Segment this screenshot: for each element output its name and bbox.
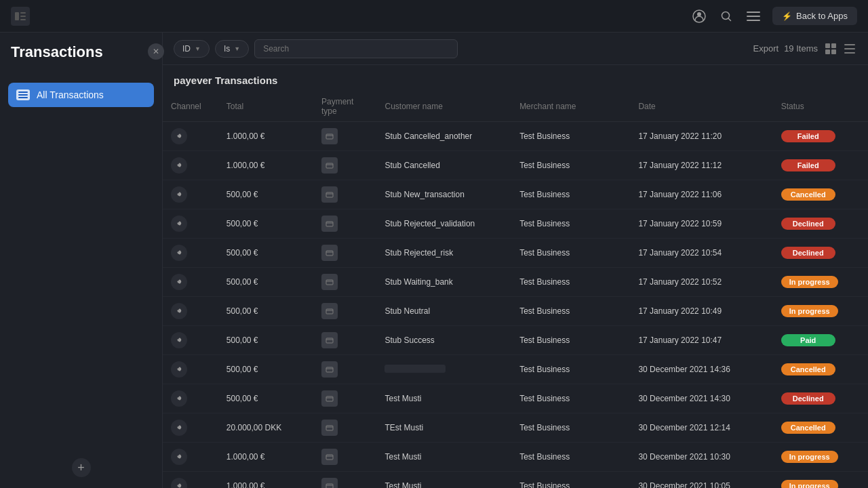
table-row[interactable]: 500,00 € Stub SuccessTest Business17 Jan…: [163, 326, 868, 355]
cell-total: 1.000,00 €: [218, 443, 313, 472]
cell-status: Cancelled: [773, 180, 868, 209]
channel-link-icon: [171, 186, 187, 203]
cell-payment: [313, 151, 376, 180]
is-filter[interactable]: Is ▼: [215, 40, 249, 58]
cell-date: 30 December 2021 12:14: [630, 413, 772, 443]
status-badge: Failed: [781, 130, 835, 142]
payment-type-icon: [321, 332, 338, 348]
is-filter-label: Is: [224, 44, 230, 54]
cell-customer: Stub New_transaction: [376, 180, 511, 209]
svg-rect-14: [844, 44, 855, 45]
cell-payment: [313, 384, 376, 413]
channel-link-icon: [171, 274, 187, 290]
cell-channel: [163, 180, 218, 209]
cell-merchant: Test Business: [511, 297, 630, 326]
profile-icon[interactable]: [691, 8, 707, 24]
payment-type-icon: [321, 274, 338, 290]
export-button[interactable]: Export: [753, 43, 779, 54]
cell-status: In progress: [773, 472, 868, 489]
status-badge: Cancelled: [781, 363, 835, 375]
cell-total: 500,00 €: [218, 268, 313, 297]
sidebar-close-button[interactable]: ✕: [148, 43, 164, 60]
search-input[interactable]: [254, 39, 458, 58]
cell-date: 17 January 2022 10:52: [630, 268, 772, 297]
grid-view-icon[interactable]: [823, 41, 838, 56]
cell-date: 30 December 2021 14:36: [630, 355, 772, 384]
cell-customer: Stub Waiting_bank: [376, 268, 511, 297]
table-row[interactable]: 500,00 € Stub Rejected_riskTest Business…: [163, 239, 868, 268]
table-row[interactable]: 500,00 € Stub Waiting_bankTest Business1…: [163, 268, 868, 297]
sidebar-add-button[interactable]: +: [72, 458, 91, 477]
channel-link-icon: [171, 303, 187, 319]
table-row[interactable]: 1.000,00 € Stub Cancelled_anotherTest Bu…: [163, 122, 868, 151]
cell-status: In progress: [773, 268, 868, 297]
back-to-apps-button[interactable]: Back to Apps: [772, 7, 857, 25]
sidebar-item-all-transactions[interactable]: All Transactions: [8, 83, 154, 107]
cell-payment: [313, 472, 376, 489]
top-nav-right: Back to Apps: [691, 7, 857, 25]
cell-channel: [163, 297, 218, 326]
cell-payment: [313, 413, 376, 443]
cell-total: 1.000,00 €: [218, 122, 313, 151]
svg-rect-16: [844, 52, 855, 54]
status-badge: In progress: [781, 480, 838, 488]
cell-payment: [313, 443, 376, 472]
cell-total: 500,00 €: [218, 297, 313, 326]
table-row[interactable]: 20.000,00 DKK TEst MustiTest Business30 …: [163, 413, 868, 443]
channel-link-icon: [171, 157, 187, 174]
svg-rect-8: [18, 94, 28, 96]
cell-payment: [313, 180, 376, 209]
view-toggle: [823, 41, 857, 56]
channel-link-icon: [171, 361, 187, 378]
cell-date: 17 January 2022 10:47: [630, 326, 772, 355]
table-row[interactable]: 500,00 € Test MustiTest Business30 Decem…: [163, 384, 868, 413]
table-row[interactable]: 500,00 € Stub Rejected_validationTest Bu…: [163, 209, 868, 239]
table-row[interactable]: 500,00 € Stub NeutralTest Business17 Jan…: [163, 297, 868, 326]
cell-total: 500,00 €: [218, 326, 313, 355]
svg-rect-12: [825, 49, 830, 54]
cell-date: 17 January 2022 10:59: [630, 209, 772, 239]
status-badge: Cancelled: [781, 188, 835, 201]
payment-type-icon: [321, 478, 338, 488]
table-row[interactable]: 1.000,00 € Test MustiTest Business30 Dec…: [163, 443, 868, 472]
channel-link-icon: [171, 390, 187, 407]
payment-type-icon: [321, 420, 338, 436]
payment-type-icon: [321, 303, 338, 319]
table-row[interactable]: 1.000,00 € Test MustiTest Business30 Dec…: [163, 472, 868, 489]
table-row[interactable]: 500,00 € Test Business30 December 2021 1…: [163, 355, 868, 384]
table-row[interactable]: 500,00 € Stub New_transactionTest Busine…: [163, 180, 868, 209]
cell-merchant: Test Business: [511, 209, 630, 239]
id-filter[interactable]: ID ▼: [174, 40, 210, 58]
cell-customer: Stub Rejected_validation: [376, 209, 511, 239]
cell-customer: Test Musti: [376, 472, 511, 489]
cell-payment: [313, 239, 376, 268]
svg-rect-11: [831, 43, 836, 48]
payment-type-icon: [321, 449, 338, 465]
cell-customer: TEst Musti: [376, 413, 511, 443]
cell-total: 500,00 €: [218, 239, 313, 268]
search-icon[interactable]: [718, 8, 734, 24]
cell-status: In progress: [773, 297, 868, 326]
top-nav: Back to Apps: [0, 0, 868, 33]
cell-total: 500,00 €: [218, 355, 313, 384]
id-filter-arrow: ▼: [195, 45, 201, 52]
transactions-table-wrap: Channel Total Payment type Customer name…: [163, 92, 868, 488]
cell-merchant: Test Business: [511, 443, 630, 472]
col-total: Total: [218, 92, 313, 122]
cell-merchant: Test Business: [511, 268, 630, 297]
table-row[interactable]: 1.000,00 € Stub CancelledTest Business17…: [163, 151, 868, 180]
cell-status: In progress: [773, 443, 868, 472]
list-view-icon[interactable]: [842, 41, 857, 56]
cell-merchant: Test Business: [511, 122, 630, 151]
channel-link-icon: [171, 216, 187, 232]
channel-link-icon: [171, 449, 187, 465]
sidebar-toggle[interactable]: [11, 7, 30, 26]
menu-icon[interactable]: [745, 8, 762, 24]
all-transactions-icon: [16, 89, 30, 100]
col-customer: Customer name: [376, 92, 511, 122]
payment-type-icon: [321, 216, 338, 232]
cell-channel: [163, 413, 218, 443]
cell-channel: [163, 384, 218, 413]
cell-customer: Stub Neutral: [376, 297, 511, 326]
payment-type-icon: [321, 361, 338, 378]
